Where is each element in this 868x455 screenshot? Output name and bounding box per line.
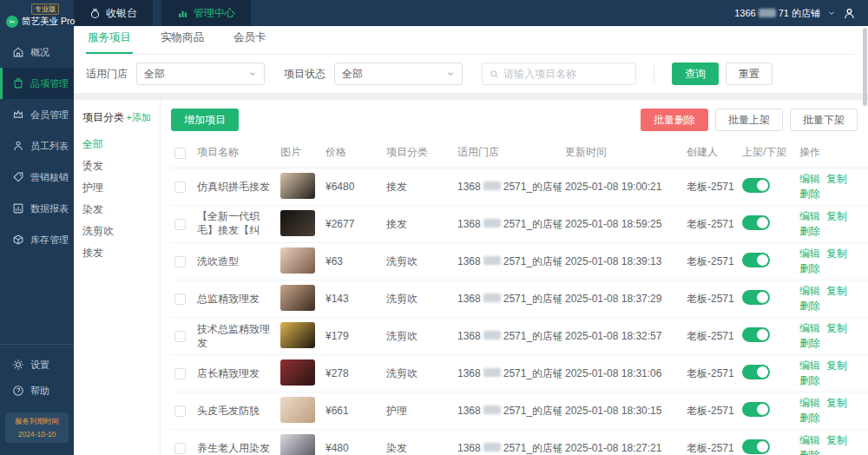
store-filter-label: 适用门店 — [86, 67, 128, 82]
cashier-icon — [89, 8, 101, 19]
store-select[interactable]: 全部 — [136, 63, 265, 85]
row-checkbox[interactable] — [174, 406, 186, 417]
row-checkbox[interactable] — [174, 293, 186, 305]
batch-on-button[interactable]: 批量上架 — [715, 109, 783, 131]
batch-delete-button[interactable]: 批量删除 — [641, 109, 708, 131]
row-checkbox[interactable] — [174, 443, 186, 454]
edit-link[interactable]: 编辑 — [799, 322, 820, 334]
delete-link[interactable]: 删除 — [799, 412, 820, 424]
delete-link[interactable]: 删除 — [799, 374, 820, 386]
category-item-洗剪吹[interactable]: 洗剪吹 — [82, 221, 151, 242]
sidebar-item-品项管理[interactable]: 品项管理 — [0, 68, 74, 99]
tab-management-center[interactable]: 管理中心 — [161, 0, 251, 26]
copy-link[interactable]: 复制 — [826, 359, 847, 372]
edit-link[interactable]: 编辑 — [799, 285, 820, 297]
item-updated-time: 2025-01-08 18:31:06 — [562, 355, 683, 392]
row-checkbox[interactable] — [174, 256, 186, 267]
on-off-toggle[interactable] — [742, 178, 770, 193]
batch-off-button[interactable]: 批量下架 — [790, 109, 858, 131]
copy-link[interactable]: 复制 — [826, 322, 847, 334]
item-image — [280, 434, 315, 455]
account-store-name[interactable]: 1366 71 的店铺 — [734, 7, 820, 20]
masked-text — [483, 256, 501, 265]
edit-link[interactable]: 编辑 — [799, 397, 820, 409]
item-creator: 老板-2571 — [683, 280, 739, 318]
question-icon — [12, 385, 24, 397]
tab-实物商品[interactable]: 实物商品 — [159, 30, 206, 54]
expiry-date: 2024-10-10 — [7, 430, 67, 439]
edit-link[interactable]: 编辑 — [799, 173, 820, 185]
row-checkbox[interactable] — [174, 219, 186, 230]
chevron-down-icon — [827, 9, 836, 17]
sidebar-item-label: 员工列表 — [30, 140, 69, 153]
item-price: ¥63 — [322, 243, 383, 280]
on-off-toggle[interactable] — [742, 439, 770, 454]
category-item-染发[interactable]: 染发 — [82, 199, 151, 221]
search-icon — [490, 69, 499, 79]
copy-link[interactable]: 复制 — [826, 434, 847, 446]
copy-link[interactable]: 复制 — [826, 247, 847, 260]
on-off-toggle[interactable] — [742, 290, 770, 305]
vertical-scrollbar[interactable] — [863, 28, 867, 450]
copy-link[interactable]: 复制 — [826, 285, 847, 297]
edit-link[interactable]: 编辑 — [799, 434, 820, 446]
sidebar-footer: 设置 帮助 服务到期时间 2024-10-10 — [0, 344, 74, 455]
item-name: 仿真织拼毛接发 — [197, 180, 273, 194]
delete-link[interactable]: 删除 — [799, 337, 820, 349]
row-checkbox[interactable] — [174, 181, 186, 193]
on-off-toggle[interactable] — [742, 215, 770, 230]
add-item-button[interactable]: 增加项目 — [171, 109, 239, 131]
item-category: 染发 — [383, 430, 454, 455]
sidebar-item-库存管理[interactable]: 库存管理 — [0, 224, 74, 255]
item-price: ¥179 — [322, 318, 383, 355]
delete-link[interactable]: 删除 — [799, 188, 820, 200]
delete-link[interactable]: 删除 — [799, 262, 820, 274]
item-name: 技术总监精致理发 — [197, 322, 273, 350]
row-checkbox[interactable] — [174, 368, 186, 379]
query-button[interactable]: 查询 — [672, 63, 719, 85]
sidebar-item-概况[interactable]: 概况 — [0, 36, 74, 68]
user-icon[interactable] — [843, 7, 856, 20]
status-select[interactable]: 全部 — [334, 63, 463, 85]
on-off-toggle[interactable] — [742, 402, 770, 417]
item-price: ¥480 — [322, 430, 383, 455]
category-item-全部[interactable]: 全部 — [82, 134, 151, 155]
category-item-护理[interactable]: 护理 — [82, 177, 151, 199]
sidebar-item-help[interactable]: 帮助 — [0, 378, 74, 404]
sidebar-item-营销核销[interactable]: 营销核销 — [0, 162, 74, 193]
sidebar: 专业版 ✂ 简艺美业 Pro 概况 品项管理 会员管理 员工列表 营销核销 数据… — [0, 0, 74, 455]
tab-服务项目[interactable]: 服务项目 — [86, 30, 133, 54]
delete-link[interactable]: 删除 — [799, 300, 820, 312]
sidebar-item-settings[interactable]: 设置 — [0, 352, 74, 378]
category-item-烫发[interactable]: 烫发 — [82, 155, 151, 177]
category-list: 全部烫发护理染发洗剪吹接发 — [82, 134, 151, 264]
scrollbar-thumb[interactable] — [863, 28, 867, 106]
search-input[interactable] — [503, 68, 628, 80]
edit-link[interactable]: 编辑 — [799, 210, 820, 222]
select-all-checkbox[interactable] — [174, 148, 186, 159]
delete-link[interactable]: 删除 — [799, 449, 820, 455]
row-checkbox[interactable] — [174, 331, 186, 342]
category-item-接发[interactable]: 接发 — [82, 242, 151, 264]
sidebar-item-数据报表[interactable]: 数据报表 — [0, 193, 74, 224]
tab-会员卡[interactable]: 会员卡 — [232, 30, 268, 54]
sidebar-item-会员管理[interactable]: 会员管理 — [0, 99, 74, 130]
store-select-value: 全部 — [144, 67, 165, 82]
on-off-toggle[interactable] — [742, 365, 770, 379]
copy-link[interactable]: 复制 — [826, 210, 847, 222]
item-creator: 老板-2571 — [683, 318, 739, 355]
on-off-toggle[interactable] — [742, 253, 770, 267]
category-title: 项目分类 — [82, 110, 124, 125]
copy-link[interactable]: 复制 — [826, 397, 847, 409]
edit-link[interactable]: 编辑 — [799, 247, 820, 260]
copy-link[interactable]: 复制 — [826, 173, 847, 185]
delete-link[interactable]: 删除 — [799, 225, 820, 237]
reset-button[interactable]: 重置 — [726, 63, 773, 85]
sidebar-item-员工列表[interactable]: 员工列表 — [0, 130, 74, 162]
tab-cashier[interactable]: 收银台 — [74, 0, 153, 26]
add-category-button[interactable]: +添加 — [127, 111, 151, 124]
item-updated-time: 2025-01-08 18:39:13 — [562, 243, 683, 280]
on-off-toggle[interactable] — [742, 327, 770, 342]
chevron-down-icon — [248, 69, 257, 78]
edit-link[interactable]: 编辑 — [799, 359, 820, 372]
